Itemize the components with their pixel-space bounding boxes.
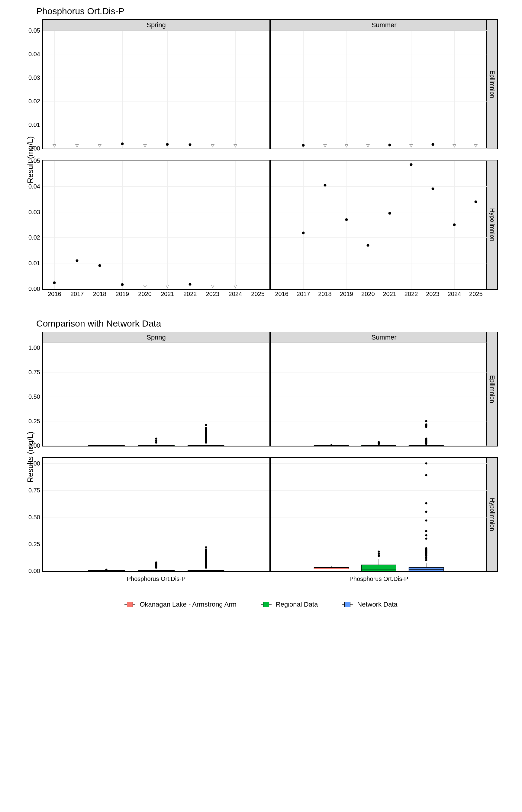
row-facet-strip: Epilimnion — [486, 20, 497, 149]
nondetect-marker — [211, 285, 215, 288]
nondetect-marker — [366, 144, 370, 147]
box — [361, 565, 396, 571]
legend: Okanagan Lake - Armstrong Arm Regional D… — [12, 601, 510, 608]
outlier-point — [425, 530, 427, 532]
facet-panel: Spring0.000.010.020.030.040.05 — [42, 19, 270, 149]
plot-area: 0.000.010.020.030.040.052016201720182019… — [43, 160, 269, 289]
facet-panel: Hypolimnion20162017201820192020202120222… — [270, 160, 498, 290]
row-facet-strip: Epilimnion — [486, 332, 497, 446]
outlier-point — [378, 553, 380, 555]
outlier-point — [330, 444, 332, 446]
plot-area: 0.000.250.500.751.00Phosphorus Ort.Dis-P — [43, 458, 269, 571]
nondetect-marker — [234, 285, 237, 288]
data-point — [121, 283, 124, 286]
legend-label: Okanagan Lake - Armstrong Arm — [140, 601, 236, 608]
outlier-point — [425, 424, 427, 426]
outlier-point — [425, 502, 427, 504]
outlier-point — [378, 441, 380, 443]
data-point — [388, 212, 391, 215]
data-point — [431, 143, 434, 146]
row-facet-strip: Hypolimnion — [486, 458, 497, 571]
outlier-point — [425, 557, 427, 559]
scatter-chart: Phosphorus Ort.Dis-P Result (mg/L) Sprin… — [12, 6, 510, 300]
facet-panel: SummerEpilimnion — [270, 19, 498, 149]
data-point — [302, 232, 305, 235]
nondetect-marker — [75, 144, 79, 147]
facet-panel: 0.000.250.500.751.00Phosphorus Ort.Dis-P — [42, 457, 270, 572]
nondetect-marker — [323, 144, 327, 147]
outlier-point — [425, 538, 427, 540]
nondetect-marker — [98, 144, 101, 147]
data-point — [367, 244, 369, 246]
outlier-point — [425, 420, 427, 422]
legend-item-network: Network Data — [342, 601, 397, 608]
boxplot-chart: Comparison with Network Data Results (mg… — [12, 319, 510, 583]
outlier-point — [155, 438, 157, 440]
outlier-point — [425, 534, 427, 536]
outlier-point — [425, 559, 427, 561]
data-point — [323, 184, 326, 186]
plot-area: 2016201720182019202020212022202320242025 — [271, 160, 487, 289]
col-facet-strip: Spring — [43, 20, 269, 31]
facet-panel: Spring0.000.250.500.751.00 — [42, 332, 270, 446]
col-facet-strip: Summer — [271, 20, 497, 31]
outlier-point — [425, 474, 427, 476]
outlier-point — [205, 424, 207, 426]
legend-item-regional: Regional Data — [261, 601, 318, 608]
plot-area — [271, 30, 487, 149]
facet-panel: 0.000.010.020.030.040.052016201720182019… — [42, 160, 270, 290]
plot-area: Phosphorus Ort.Dis-P — [271, 458, 487, 571]
data-point — [166, 143, 169, 146]
outlier-point — [425, 547, 427, 549]
outlier-point — [155, 442, 157, 444]
outlier-point — [378, 555, 380, 557]
legend-label: Network Data — [357, 601, 397, 608]
outlier-point — [205, 548, 207, 550]
data-point — [76, 259, 79, 262]
chart1-title: Phosphorus Ort.Dis-P — [36, 6, 510, 16]
facet-panel: SummerEpilimnion — [270, 332, 498, 446]
row-facet-strip: Hypolimnion — [486, 160, 497, 289]
nondetect-marker — [453, 144, 456, 147]
col-facet-strip: Summer — [271, 332, 497, 343]
legend-label: Regional Data — [276, 601, 318, 608]
outlier-point — [378, 550, 380, 552]
data-point — [345, 218, 348, 221]
nondetect-marker — [53, 144, 56, 147]
data-point — [453, 224, 456, 226]
data-point — [121, 143, 124, 145]
data-point — [475, 200, 477, 203]
plot-area — [271, 343, 487, 446]
nondetect-marker — [143, 285, 147, 288]
x-category-label: Phosphorus Ort.Dis-P — [349, 575, 408, 583]
plot-area: 0.000.250.500.751.00 — [43, 343, 269, 446]
data-point — [189, 283, 192, 285]
data-point — [410, 163, 413, 166]
data-point — [53, 282, 56, 284]
outlier-point — [425, 511, 427, 513]
outlier-point — [155, 440, 157, 442]
x-category-label: Phosphorus Ort.Dis-P — [127, 575, 186, 583]
nondetect-marker — [345, 144, 348, 147]
outlier-point — [155, 561, 157, 563]
facet-panel: HypolimnionPhosphorus Ort.Dis-P — [270, 457, 498, 572]
data-point — [431, 188, 434, 190]
nondetect-marker — [409, 144, 413, 147]
data-point — [302, 144, 305, 146]
outlier-point — [205, 546, 207, 548]
outlier-point — [105, 569, 107, 571]
outlier-point — [425, 519, 427, 522]
outlier-point — [205, 427, 207, 429]
nondetect-marker — [211, 144, 215, 147]
nondetect-marker — [165, 285, 169, 288]
nondetect-marker — [474, 144, 478, 147]
data-point — [189, 143, 192, 146]
data-point — [99, 264, 101, 267]
outlier-point — [425, 462, 427, 464]
data-point — [388, 144, 391, 146]
col-facet-strip: Spring — [43, 332, 269, 343]
chart2-title: Comparison with Network Data — [36, 319, 510, 329]
nondetect-marker — [143, 144, 147, 147]
plot-area: 0.000.010.020.030.040.05 — [43, 30, 269, 149]
nondetect-marker — [234, 144, 237, 147]
